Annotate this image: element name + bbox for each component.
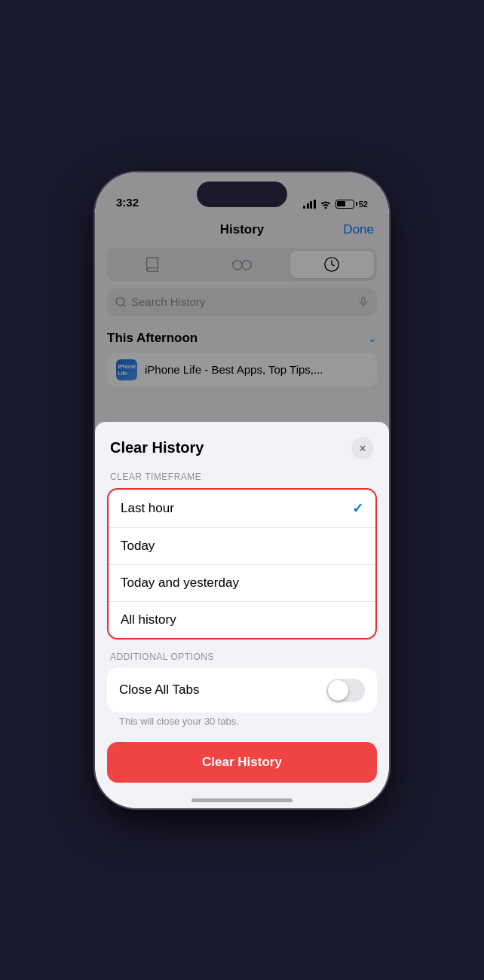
clear-history-sheet: Clear History × CLEAR TIMEFRAME Last hou…: [95, 422, 389, 808]
dynamic-island: [197, 182, 287, 207]
sheet-header: Clear History ×: [95, 422, 389, 472]
timeframe-option-last-hour[interactable]: Last hour ✓: [109, 490, 375, 528]
signal-icon: [303, 200, 316, 209]
clear-button-label: Clear History: [202, 755, 282, 770]
battery-icon: 52: [335, 200, 368, 209]
selected-checkmark: ✓: [352, 500, 363, 517]
timeframe-option-all-history[interactable]: All history: [109, 602, 375, 638]
timeframe-option-today[interactable]: Today: [109, 528, 375, 565]
all-history-label: All history: [121, 612, 176, 627]
close-tabs-note: This will close your 30 tabs.: [95, 713, 389, 727]
home-indicator: [191, 798, 293, 802]
today-label: Today: [121, 539, 155, 554]
status-icons: 52: [303, 200, 368, 209]
close-all-tabs-row: Close All Tabs: [107, 668, 377, 713]
last-hour-label: Last hour: [121, 501, 174, 516]
today-yesterday-label: Today and yesterday: [121, 575, 239, 591]
clear-history-button[interactable]: Clear History: [107, 742, 377, 783]
timeframe-options-list: Last hour ✓ Today Today and yesterday Al…: [107, 488, 377, 640]
wifi-icon: [320, 200, 332, 209]
timeframe-option-today-yesterday[interactable]: Today and yesterday: [109, 565, 375, 602]
phone-shell: 3:32 52: [95, 172, 389, 808]
sheet-title: Clear History: [110, 439, 204, 456]
toggle-thumb: [328, 680, 348, 701]
additional-options-container: Close All Tabs: [107, 668, 377, 713]
close-icon: ×: [360, 442, 366, 454]
screen: 3:32 52: [95, 172, 389, 808]
status-time: 3:32: [116, 196, 139, 209]
timeframe-section-label: CLEAR TIMEFRAME: [95, 472, 389, 488]
close-tabs-label: Close All Tabs: [119, 682, 199, 698]
sheet-close-button[interactable]: ×: [351, 437, 374, 459]
close-tabs-toggle[interactable]: [326, 679, 365, 702]
additional-section-label: ADDITIONAL OPTIONS: [95, 640, 389, 668]
